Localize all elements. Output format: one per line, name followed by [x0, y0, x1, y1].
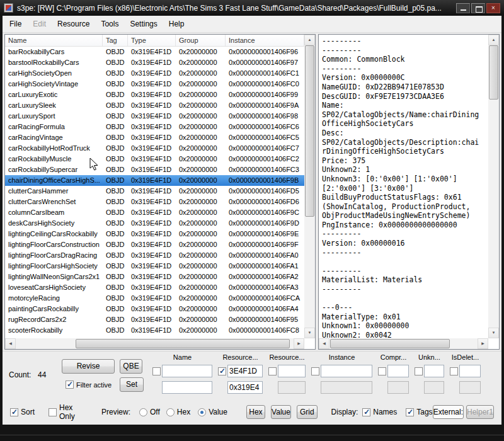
list-row[interactable]: paintingCarsRockabillyOBJD0x319E4F1D0x20…: [5, 304, 304, 314]
filter-active-checkbox[interactable]: Filter active: [66, 381, 112, 389]
filter-input[interactable]: [278, 365, 306, 377]
scroll-right-icon[interactable]: ▶: [478, 338, 488, 349]
maximize-icon[interactable]: [471, 3, 485, 13]
qbe-button[interactable]: QBE: [120, 359, 142, 374]
filter-checkbox[interactable]: [152, 367, 161, 375]
value-button[interactable]: Value: [271, 405, 291, 419]
filter-checkbox[interactable]: [415, 367, 423, 375]
list-row[interactable]: carRacingFormulaOBJD0x319E4F1D0x20000000…: [5, 122, 304, 132]
preview-off-radio-dot[interactable]: [139, 408, 147, 416]
helper1-button: Helper1: [466, 405, 494, 419]
list-row[interactable]: barstoolRockabillyCarsOBJD0x319E4F1D0x20…: [5, 57, 304, 68]
cell-name: motorcyleRacing: [5, 293, 103, 304]
filter-checkbox[interactable]: [311, 367, 319, 375]
scroll-up-icon[interactable]: ▲: [488, 35, 499, 45]
preview-value-radio[interactable]: Value: [198, 408, 227, 416]
scroll-down-icon[interactable]: ▼: [488, 328, 499, 338]
tags-checkbox[interactable]: Tags: [406, 408, 432, 416]
list-row[interactable]: chairDiningOfficeCarsHighS...OBJD0x319E4…: [5, 175, 304, 186]
filter-input[interactable]: [162, 365, 212, 377]
hex-button[interactable]: Hex: [246, 405, 265, 419]
scroll-left-icon[interactable]: ◀: [5, 338, 16, 349]
scrollbar-thumb[interactable]: [330, 339, 450, 348]
minimize-icon[interactable]: [456, 3, 470, 13]
scroll-up-icon[interactable]: ▲: [304, 35, 315, 45]
list-row[interactable]: columnCarsIbeamOBJD0x319E4F1D0x200000000…: [5, 207, 304, 218]
filter-checkbox[interactable]: [450, 367, 458, 375]
close-icon[interactable]: ×: [486, 3, 500, 13]
filter-checkbox[interactable]: [268, 367, 277, 375]
hex-only-checkbox[interactable]: Hex Only: [49, 403, 75, 421]
list-row[interactable]: carRockabillySupercarOBJD0x319E4F1D0x200…: [5, 164, 304, 175]
preview-off-radio[interactable]: Off: [139, 408, 160, 416]
list-row[interactable]: carLuxurySportOBJD0x319E4F1D0x200000000x…: [5, 111, 304, 122]
column-header-type[interactable]: Type: [128, 35, 176, 46]
sort-checkbox[interactable]: Sort: [10, 408, 35, 416]
scroll-down-icon[interactable]: ▼: [304, 328, 315, 338]
filter-input[interactable]: [424, 365, 444, 377]
revise-button[interactable]: Revise: [62, 359, 115, 374]
cell-tag: OBJD: [103, 293, 128, 304]
preview-horizontal-scrollbar[interactable]: ◀ ▶: [319, 338, 488, 349]
list-horizontal-scrollbar[interactable]: ◀ ▶: [5, 338, 304, 349]
preview-value-radio-dot[interactable]: [198, 408, 206, 416]
list-row[interactable]: barRockabillyCarsOBJD0x319E4F1D0x2000000…: [5, 47, 304, 57]
preview-hex-radio-dot[interactable]: [166, 408, 175, 416]
filter-input[interactable]: [321, 365, 372, 377]
filter-input[interactable]: [459, 365, 481, 377]
scrollbar-thumb[interactable]: [76, 339, 290, 348]
column-header-group[interactable]: Group: [176, 35, 226, 46]
scrollbar-thumb[interactable]: [489, 45, 498, 100]
list-row[interactable]: carRockabillyMuscleOBJD0x319E4F1D0x20000…: [5, 154, 304, 164]
list-row[interactable]: lightingCeilingCarsRockabillyOBJD0x319E4…: [5, 229, 304, 239]
list-row[interactable]: carRockabillyHotRodTruckOBJD0x319E4F1D0x…: [5, 143, 304, 154]
selected-resource-field: [459, 381, 481, 394]
menu-tools[interactable]: Tools: [95, 16, 124, 32]
list-row[interactable]: lightingFloorCarsConstructionOBJD0x319E4…: [5, 239, 304, 250]
scroll-right-icon[interactable]: ▶: [294, 338, 304, 349]
sort-checkbox-box[interactable]: [10, 408, 18, 416]
filter-active-checkbox-box[interactable]: [66, 381, 74, 389]
scrollbar-thumb[interactable]: [305, 45, 314, 217]
list-vertical-scrollbar[interactable]: ▲ ▼: [304, 35, 315, 338]
hex-only-checkbox-box[interactable]: [49, 408, 57, 416]
list-row[interactable]: carLuxurySleekOBJD0x319E4F1D0x200000000x…: [5, 100, 304, 111]
list-row[interactable]: carHighSocietyVintageOBJD0x319E4F1D0x200…: [5, 79, 304, 89]
list-row[interactable]: carRacingVintageOBJD0x319E4F1D0x20000000…: [5, 132, 304, 143]
column-header-instance[interactable]: Instance: [226, 35, 304, 46]
scroll-left-icon[interactable]: ◀: [319, 338, 329, 349]
menu-resource[interactable]: Resource: [52, 16, 95, 32]
menu-help[interactable]: Help: [163, 16, 190, 32]
external-button[interactable]: External:: [433, 405, 464, 419]
list-body[interactable]: barRockabillyCarsOBJD0x319E4F1D0x2000000…: [5, 47, 304, 338]
preview-vertical-scrollbar[interactable]: ▲ ▼: [488, 35, 499, 338]
list-row[interactable]: carHighSocietyOpenOBJD0x319E4F1D0x200000…: [5, 68, 304, 79]
set-button[interactable]: Set: [120, 377, 144, 392]
list-row[interactable]: scooterRockabillyOBJD0x319E4F1D0x2000000…: [5, 325, 304, 336]
list-row[interactable]: loveseatCarsHighSocietyOBJD0x319E4F1D0x2…: [5, 282, 304, 293]
grid-button[interactable]: Grid: [297, 405, 317, 419]
list-row[interactable]: deskCarsHighSocietyOBJD0x319E4F1D0x20000…: [5, 218, 304, 229]
names-checkbox-box[interactable]: [362, 408, 370, 416]
filter-checkbox[interactable]: [378, 367, 386, 375]
list-row[interactable]: lightingFloorCarsHighSocietyOBJD0x319E4F…: [5, 261, 304, 272]
list-row[interactable]: lightingFloorCarsDragRacingOBJD0x319E4F1…: [5, 250, 304, 261]
cell-type: 0x319E4F1D: [128, 197, 176, 207]
menu-settings[interactable]: Settings: [124, 16, 163, 32]
titlebar[interactable]: s3pe: [RW] C:\Program Files (x86)\Electr…: [0, 0, 504, 16]
list-row[interactable]: lightingWallNeonSignCars2x1OBJD0x319E4F1…: [5, 272, 304, 282]
list-row[interactable]: carLuxuryExoticOBJD0x319E4F1D0x200000000…: [5, 89, 304, 100]
menu-file[interactable]: File: [4, 16, 27, 32]
column-header-name[interactable]: Name: [5, 35, 103, 46]
tags-checkbox-box[interactable]: [406, 408, 414, 416]
filter-input[interactable]: [227, 365, 263, 377]
list-row[interactable]: rugRecordCars2x2OBJD0x319E4F1D0x20000000…: [5, 314, 304, 325]
list-row[interactable]: clutterCarsWrenchSetOBJD0x319E4F1D0x2000…: [5, 197, 304, 207]
list-row[interactable]: clutterCarsHammerOBJD0x319E4F1D0x2000000…: [5, 186, 304, 197]
names-checkbox[interactable]: Names: [362, 408, 397, 416]
column-header-tag[interactable]: Tag: [103, 35, 128, 46]
filter-checkbox[interactable]: [218, 367, 226, 375]
filter-input[interactable]: [387, 365, 409, 377]
list-row[interactable]: motorcyleRacingOBJD0x319E4F1D0x200000000…: [5, 293, 304, 304]
preview-hex-radio[interactable]: Hex: [166, 408, 190, 416]
